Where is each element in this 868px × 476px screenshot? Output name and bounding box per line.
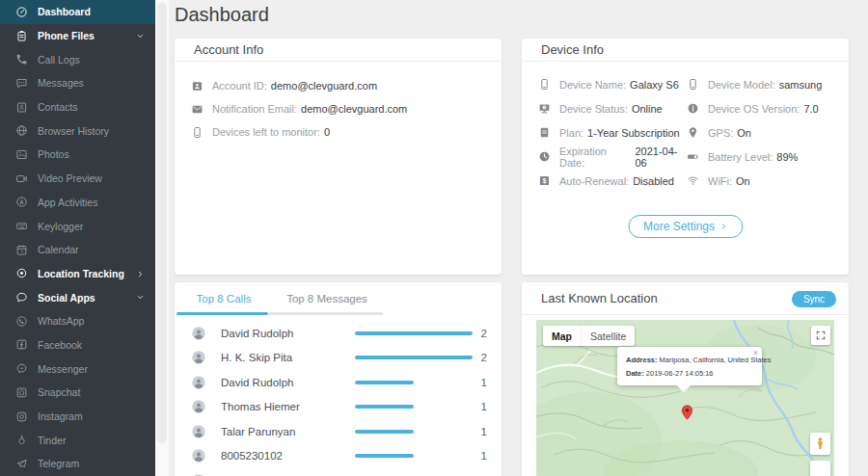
- smartphone-icon: [538, 78, 551, 91]
- sidebar-item-facebook[interactable]: Facebook: [0, 333, 155, 357]
- call-count-bar: [355, 454, 414, 458]
- sync-button[interactable]: Sync: [792, 291, 836, 307]
- info-icon: [687, 102, 699, 115]
- call-count: 1: [481, 401, 487, 412]
- info-value: On: [736, 175, 750, 187]
- sidebar-item-label: Contacts: [38, 101, 77, 113]
- sidebar-item-photos[interactable]: Photos: [0, 143, 155, 167]
- pegman-button[interactable]: [810, 433, 830, 455]
- map-marker-icon[interactable]: [679, 398, 695, 427]
- call-list-item-partial: [175, 468, 502, 476]
- more-settings-button[interactable]: More Settings: [628, 215, 743, 238]
- chevron-right-icon: [136, 270, 145, 278]
- call-list-item: 80052301021: [175, 444, 502, 469]
- sidebar-item-messenger[interactable]: Messenger: [0, 357, 155, 381]
- inactive-tab-underline: [268, 312, 383, 315]
- sidebar-item-label: Keylogger: [38, 221, 83, 232]
- device-info-row: Device Status:Online: [522, 96, 687, 120]
- call-list-item: Thomas Hiemer1: [175, 395, 502, 420]
- sidebar-item-label: App Activities: [38, 197, 97, 208]
- avatar-icon: [191, 375, 206, 390]
- dashboard-icon: [15, 6, 28, 18]
- sidebar-item-video-preview[interactable]: Video Preview: [0, 167, 155, 191]
- info-value: samsung: [779, 79, 823, 91]
- activity-tabs: Top 8 Calls Top 8 Messages: [175, 282, 502, 315]
- sidebar-item-tinder[interactable]: Tinder: [0, 428, 155, 452]
- sidebar-item-location-tracking[interactable]: Location Tracking: [0, 262, 155, 286]
- pin-icon: [687, 126, 699, 139]
- phone-files-icon: [15, 30, 28, 42]
- sidebar-item-browser-history[interactable]: Browser History: [0, 119, 155, 143]
- sidebar-item-call-logs[interactable]: Call Logs: [0, 47, 155, 71]
- device-info-card: Device Info Device Name:Galaxy S6Device …: [522, 39, 849, 275]
- call-count: 2: [481, 352, 487, 363]
- info-label: Device Status:: [559, 103, 628, 115]
- device-info-row: Device OS Version:7.0: [687, 96, 849, 120]
- device-info-rows: Device Name:Galaxy S6Device Model:samsun…: [522, 72, 849, 193]
- info-label: Device Name:: [559, 79, 626, 91]
- tab-top-8-messages[interactable]: Top 8 Messages: [273, 282, 381, 315]
- fullscreen-button[interactable]: [811, 326, 830, 345]
- device-info-row: Expiration Date:2021-04-06: [522, 145, 687, 169]
- sidebar-item-app-activities[interactable]: App Activities: [0, 191, 155, 215]
- call-list-item: David Rudolph1: [175, 370, 502, 395]
- sidebar-item-messages[interactable]: Messages: [0, 71, 155, 95]
- sidebar-item-label: Location Tracking: [38, 268, 124, 279]
- sidebar-item-label: Phone Files: [38, 30, 95, 41]
- sidebar-item-whatsapp[interactable]: WhatsApp: [0, 309, 155, 333]
- map-canvas[interactable]: Map Satellite × Address: Mariposa, Calif…: [536, 320, 834, 476]
- chevron-right-icon: [719, 223, 727, 230]
- sidebar-item-snapchat[interactable]: Snapchat: [0, 381, 155, 405]
- sidebar-item-social-apps[interactable]: Social Apps: [0, 285, 155, 309]
- zoom-control[interactable]: [810, 461, 830, 476]
- svg-text:$: $: [543, 177, 547, 185]
- call-logs-icon: [15, 53, 28, 66]
- sidebar-item-label: Messages: [38, 77, 84, 89]
- sidebar-item-label: Dashboard: [38, 6, 91, 17]
- info-value: Disabled: [633, 175, 674, 187]
- sidebar-item-label: Video Preview: [38, 172, 102, 184]
- info-value: demo@clevguard.com: [301, 103, 407, 115]
- sidebar-item-contacts[interactable]: Contacts: [0, 95, 155, 119]
- sidebar-item-label: Telegram: [38, 458, 79, 469]
- sidebar-item-instagram[interactable]: Instagram: [0, 405, 155, 429]
- close-icon[interactable]: ×: [753, 348, 758, 357]
- smartphone-icon: [687, 78, 699, 91]
- dashboard-page: DashboardPhone FilesCall LogsMessagesCon…: [0, 0, 868, 476]
- page-title: Dashboard: [175, 4, 269, 26]
- sidebar-item-label: Browser History: [38, 125, 109, 137]
- sidebar-item-calendar[interactable]: Calendar: [0, 238, 155, 262]
- call-count-bar: [355, 331, 473, 335]
- avatar-icon: [191, 424, 206, 439]
- info-label: Devices left to monitor:: [212, 126, 320, 138]
- info-date-line: Date: 2019-06-27 14:05:16: [626, 369, 753, 378]
- sidebar-scrollbar-thumb[interactable]: [157, 2, 167, 443]
- document-icon: [538, 126, 551, 139]
- activity-card: Top 8 Calls Top 8 Messages David Rudolph…: [175, 282, 502, 476]
- video-preview-icon: [15, 172, 28, 185]
- contacts-icon: [15, 101, 28, 114]
- info-value: 7.0: [803, 103, 818, 115]
- chevron-down-icon: [136, 293, 145, 302]
- sidebar-item-label: WhatsApp: [38, 315, 84, 327]
- info-address-line: Address: Mariposa, California, United St…: [626, 356, 753, 364]
- map-type-map-button[interactable]: Map: [543, 326, 581, 346]
- sidebar-item-telegram[interactable]: Telegram: [0, 452, 155, 476]
- sidebar-item-dashboard[interactable]: Dashboard: [0, 0, 155, 24]
- mail-icon: [191, 103, 203, 116]
- tab-top-8-calls[interactable]: Top 8 Calls: [175, 282, 273, 315]
- telegram-icon: [15, 458, 28, 470]
- call-count: 2: [481, 328, 487, 339]
- location-card-header: Last Known Location Sync: [522, 282, 849, 315]
- location-tracking-icon: [15, 267, 28, 279]
- sidebar-item-keylogger[interactable]: Keylogger: [0, 214, 155, 238]
- device-info-row: Device Model:samsung: [687, 72, 849, 96]
- info-label: Plan:: [559, 127, 583, 139]
- account-info-card: Account Info Account ID:demo@clevguard.c…: [175, 39, 502, 275]
- info-label: Expiration Date:: [559, 145, 631, 169]
- account-info-row: Account ID:demo@clevguard.com: [175, 74, 502, 97]
- tab-label: Top 8 Calls: [197, 293, 252, 304]
- map-type-satellite-button[interactable]: Satellite: [581, 326, 635, 346]
- sidebar-item-phone-files[interactable]: Phone Files: [0, 24, 155, 48]
- facebook-icon: [15, 338, 28, 351]
